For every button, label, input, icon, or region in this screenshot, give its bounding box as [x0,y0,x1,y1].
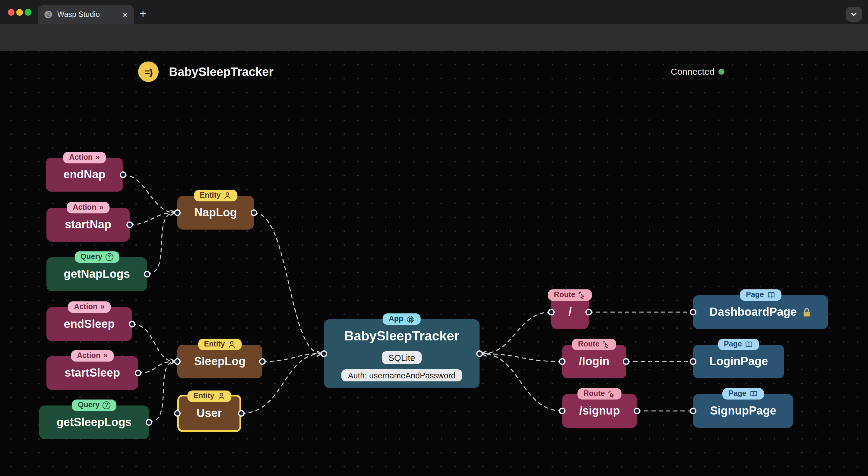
port-route-root-left[interactable] [548,309,555,315]
node-startSleep[interactable]: Action » startSleep [46,356,138,390]
port-getSleepLogs-out[interactable] [146,419,152,426]
action-chevrons-icon: » [103,351,108,360]
badge-label: Action [77,351,100,360]
port-DashboardPage-in[interactable] [690,309,696,315]
badge-label: Route [578,340,599,349]
tab-wasp-studio[interactable]: Wasp Studio × [38,5,134,24]
port-LoginPage-in[interactable] [690,358,696,365]
badge-label: Action [73,203,96,212]
node-route-signup[interactable]: Route /signup [562,394,637,428]
port-route-root-right[interactable] [585,309,592,315]
tab-close-icon[interactable]: × [122,10,128,19]
badge-label: Action [74,303,97,311]
edge-NapLog-app [254,213,321,354]
person-icon [224,192,231,199]
window-close-button[interactable] [7,9,14,15]
node-label: SignupPage [710,404,776,417]
node-label: startSleep [65,366,120,380]
edge-routeLogin-app [482,354,562,362]
node-DashboardPage[interactable]: Page DashboardPage [693,295,828,329]
port-NapLog-out[interactable] [251,209,257,216]
node-label: BabySleepTracker [344,328,459,344]
node-LoginPage[interactable]: Page LoginPage [693,345,784,378]
route-badge: Route [548,289,592,301]
port-app-left[interactable] [320,350,327,357]
action-badge: Action » [68,301,111,313]
port-route-signup-right[interactable] [634,408,640,414]
node-endSleep[interactable]: Action » endSleep [46,307,132,341]
tab-strip: Wasp Studio × + [0,0,868,24]
port-endSleep-out[interactable] [129,321,135,328]
route-badge: Route [578,388,622,400]
node-SignupPage[interactable]: Page SignupPage [693,394,793,428]
edge-endNap-NapLog [123,175,175,213]
entity-badge: Entity [198,339,242,350]
node-getSleepLogs[interactable]: Query ? getSleepLogs [39,406,149,439]
action-chevrons-icon: » [96,153,100,162]
port-route-login-right[interactable] [623,358,629,365]
node-SleepLog[interactable]: Entity SleepLog [177,345,262,378]
port-route-signup-left[interactable] [559,408,565,414]
window-zoom-button[interactable] [25,9,31,15]
port-User-out[interactable] [238,410,245,417]
port-app-right[interactable] [476,350,483,357]
node-label: endSleep [64,317,115,331]
node-startNap[interactable]: Action » startNap [46,208,130,242]
action-badge: Action » [67,202,110,213]
question-circle-icon: ? [102,401,111,409]
port-SleepLog-out[interactable] [259,358,266,365]
port-NapLog-in[interactable] [174,209,181,216]
node-label: User [197,407,222,420]
node-label: getNapLogs [64,268,130,281]
node-label: NapLog [194,206,237,219]
new-tab-button[interactable]: + [135,6,151,22]
badge-label: Query [78,401,99,410]
port-route-login-left[interactable] [559,358,565,365]
port-SignupPage-in[interactable] [690,408,696,414]
open-book-icon [745,340,753,348]
node-label: startNap [65,218,111,231]
action-chevrons-icon: » [99,203,103,212]
edge-getNapLogs-NapLog [147,213,175,274]
page-badge: Page [718,339,760,350]
page-badge: Page [740,289,781,301]
node-route-login[interactable]: Route /login [562,345,626,378]
cursor-click-icon [608,390,616,398]
node-label: /login [579,355,609,368]
cursor-click-icon [602,340,610,348]
open-book-icon [749,390,758,398]
node-getNapLogs[interactable]: Query ? getNapLogs [46,257,147,291]
entity-badge: Entity [187,390,231,402]
wasp-studio-canvas[interactable]: =} BabySleepTracker Connected [0,50,868,476]
tab-favicon [44,10,53,19]
action-badge: Action » [71,350,114,362]
query-badge: Query ? [72,400,116,411]
badge-label: Route [584,389,605,398]
open-book-icon [767,291,775,299]
entity-badge: Entity [194,190,237,201]
page-badge: Page [722,388,764,400]
node-User[interactable]: Entity User [177,395,241,432]
badge-label: Entity [200,191,220,200]
tab-title: Wasp Studio [57,10,118,19]
port-getNapLogs-out[interactable] [144,271,151,277]
node-label: getSleepLogs [56,416,131,429]
node-label: DashboardPage [709,305,797,319]
edge-endSleep-SleepLog [132,324,175,362]
port-SleepLog-in[interactable] [174,358,181,365]
port-endNap-out[interactable] [120,171,126,178]
badge-label: Entity [204,340,225,349]
port-startSleep-out[interactable] [135,370,142,376]
badge-label: Action [69,153,93,162]
node-route-root[interactable]: Route / [551,295,589,329]
node-label: endNap [63,168,105,181]
cpu-chip-icon [406,315,415,323]
badge-label: App [389,314,404,324]
tab-search-button[interactable] [846,7,862,22]
node-NapLog[interactable]: Entity NapLog [177,196,254,230]
port-User-in[interactable] [174,410,181,417]
node-app-BabySleepTracker[interactable]: App BabySleepTracker SQLite Auth: userna… [324,319,479,388]
node-endNap[interactable]: Action » endNap [46,158,123,192]
port-startNap-out[interactable] [126,222,133,228]
window-minimize-button[interactable] [16,9,23,15]
